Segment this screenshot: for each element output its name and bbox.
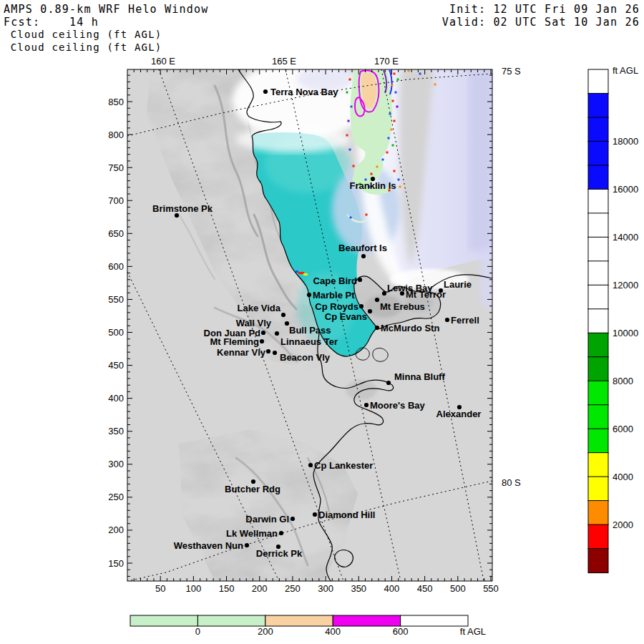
longitude-label: 165 E (272, 56, 296, 67)
speckle (346, 135, 348, 137)
station-label-beaufort-is: Beaufort Is (338, 243, 387, 253)
station-label-mcmurdo-stn: McMurdo Stn (381, 323, 439, 333)
station-label-ferrell: Ferrell (451, 315, 479, 326)
colorbar-right-cell (588, 477, 608, 501)
station-label-diamond-hill: Diamond Hill (318, 509, 375, 520)
station-dot-darwin-gl (291, 517, 295, 521)
speckle (391, 129, 393, 131)
station-label-lk-wellman: Lk Wellman (226, 528, 278, 539)
station-dot-ferrell (445, 318, 449, 322)
station-dot-kennar-vly (266, 349, 270, 353)
colorbar-right-cell (588, 213, 608, 238)
y-axis-label: 800 (108, 130, 124, 140)
colorbar-right-tick: 6000 (613, 424, 633, 434)
x-axis-label: 250 (285, 583, 301, 594)
colorbar-right-cell (588, 501, 608, 525)
speckle (394, 73, 396, 75)
station-dot-bull-pass (275, 331, 279, 336)
speckle (353, 165, 355, 167)
colorbar-bottom: 0200400600ft AGL (130, 615, 486, 637)
x-axis-label: 300 (318, 583, 333, 594)
station-dot-cp-evans (368, 309, 372, 313)
colorbar-bottom-tick: 600 (393, 626, 409, 637)
colorbar-right-tick: 4000 (613, 472, 633, 482)
speckle (419, 73, 421, 75)
y-axis-label: 200 (108, 525, 124, 535)
speckle (349, 79, 351, 81)
colorbar-bottom-cell (265, 615, 333, 626)
y-axis-label: 550 (108, 294, 124, 305)
colorbar-right-cell (588, 285, 608, 309)
colorbar-right-cell (588, 333, 608, 357)
station-label-terra-nova-bay: Terra Nova Bay (270, 87, 338, 97)
station-label-mt-erebus: Mt Erebus (380, 301, 425, 312)
colorbar-bottom-cell (130, 615, 197, 626)
station-label-franklin-is: Franklin Is (349, 180, 396, 191)
speckle (382, 159, 384, 161)
y-axis-label: 600 (108, 261, 124, 272)
colorbar-bottom-tick: 200 (258, 626, 273, 637)
station-label-moore-s-bay: Moore's Bay (370, 400, 426, 411)
station-dot-diamond-hill (313, 512, 317, 517)
station-label-brimstone-pk: Brimstone Pk (152, 203, 213, 214)
colorbar-bottom-tick: 400 (325, 626, 341, 637)
cloud-lavender-deep-band (469, 72, 492, 250)
station-dot-lewis-bay (382, 291, 386, 296)
colorbar-right-cell (588, 165, 608, 190)
x-axis-label: 200 (252, 583, 268, 594)
x-axis-label: 150 (219, 583, 235, 594)
colorbar-right-cell (588, 549, 608, 573)
x-axis-label: 550 (483, 583, 499, 594)
station-dot-moore-s-bay (364, 403, 369, 407)
station-dot-minna-bluff (386, 381, 391, 385)
colorbar-right-tick: 2000 (613, 519, 633, 530)
colorbar-right-cell (588, 261, 608, 286)
speckle (366, 214, 368, 216)
station-label-alexander: Alexander (436, 409, 482, 419)
speckle (395, 92, 397, 94)
y-axis-label: 750 (108, 162, 124, 173)
x-axis-label: 50 (155, 583, 165, 594)
colorbar-right-cell (588, 525, 608, 549)
colorbar-right-cell (588, 429, 608, 453)
colorbar-right: ft AGL1800016000140001200010000800060004… (588, 65, 638, 573)
station-label-darwin-gl: Darwin Gl (245, 514, 289, 525)
station-dot-westhaven-nun (245, 543, 249, 547)
latitude-label: 75 S (502, 66, 521, 77)
y-axis-label: 700 (108, 195, 124, 206)
speckle (346, 92, 348, 94)
cloud-lavender-right-edge (479, 247, 499, 311)
station-label-cp-evans: Cp Evans (325, 311, 367, 322)
station-label-westhaven-nun: Westhaven Nun (174, 540, 243, 551)
station-label-marble-pt: Marble Pt (313, 290, 355, 301)
speckle (388, 137, 390, 140)
speckle (386, 152, 389, 154)
colorbar-right-cell (588, 69, 608, 94)
station-label-cp-royds: Cp Royds (315, 301, 358, 312)
speckle (348, 120, 350, 122)
colorbar-right-cell (588, 141, 608, 165)
y-axis-label: 450 (108, 360, 124, 371)
colorbar-bottom-tick: 0 (195, 626, 200, 637)
map-canvas: Terra Nova BayBrimstone PkFranklin IsBea… (0, 0, 644, 644)
speckle (394, 120, 396, 122)
speckle (398, 179, 400, 181)
speckle (376, 166, 379, 168)
y-axis-label: 300 (108, 459, 124, 469)
colorbar-right-cell (588, 381, 608, 405)
colorbar-right-cell (588, 453, 608, 477)
station-label-derrick-pk: Derrick Pk (256, 548, 303, 559)
speckle (389, 70, 391, 72)
station-dot-laurie (439, 288, 443, 293)
colorbar-right-cell (588, 93, 608, 117)
station-label-cp-lankester: Cp Lankester (314, 460, 373, 471)
x-axis-label: 450 (417, 583, 433, 594)
colorbar-bottom-cell (333, 615, 400, 626)
colorbar-right-tick: 14000 (613, 232, 638, 243)
speckle (350, 217, 352, 219)
y-axis-label: 250 (108, 492, 124, 502)
speckle (391, 84, 394, 87)
station-dot-lk-wellman (279, 531, 283, 535)
speckle (396, 106, 399, 108)
station-dot-mcmurdo-stn (375, 326, 379, 330)
